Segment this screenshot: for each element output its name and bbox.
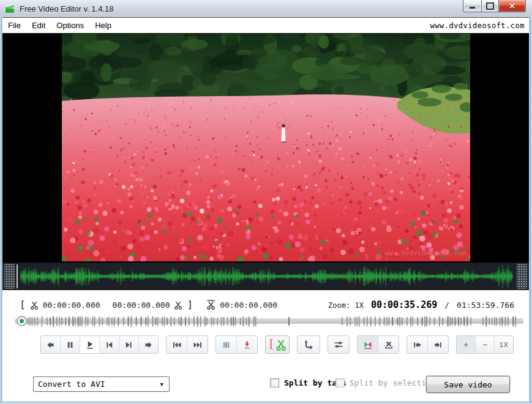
jump-end-button[interactable] <box>427 336 448 353</box>
zoom-in-label: + <box>463 340 468 350</box>
window-border-bottom <box>0 402 532 404</box>
menu-bar: File Edit Options Help www.dvdvideosoft.… <box>2 17 529 34</box>
selection-group <box>357 335 399 354</box>
website-label: www.dvdvideosoft.com <box>430 21 530 30</box>
play-button[interactable] <box>80 336 99 353</box>
time-info-row: [ 00:00:00.000 00:00:00.000 <box>2 298 529 312</box>
tags-bars-icon <box>222 340 231 350</box>
zoom-level-label: Zoom: 1X <box>328 301 364 310</box>
toolbar: [ <box>40 335 514 354</box>
pause-icon <box>66 340 75 350</box>
window-controls: ✕ <box>463 0 526 12</box>
corner-arrow-icon <box>304 340 313 350</box>
bottom-bar: Convert to AVI ▼ Split by tags Split by … <box>2 376 529 392</box>
adjust-button[interactable] <box>328 335 350 354</box>
minimize-icon <box>470 7 475 9</box>
window-border-left <box>0 17 2 404</box>
next-scene-button[interactable] <box>187 336 208 353</box>
zoom-reset-label: 1X <box>500 341 508 348</box>
scene-nav-group <box>166 335 208 354</box>
cut-bracket-icon: [ <box>268 338 274 350</box>
chevron-down-icon: ▼ <box>160 381 169 387</box>
tag-scissors-icon <box>206 300 215 310</box>
lower-panel: [ 00:00:00.000 00:00:00.000 <box>2 290 529 402</box>
selection-triangles-icon <box>363 340 373 350</box>
invert-selection-button[interactable] <box>297 335 320 354</box>
time-display: Zoom: 1X 00:00:35.269 / 01:53:59.766 <box>328 299 514 310</box>
menu-help[interactable]: Help <box>89 19 117 32</box>
add-tag-icon <box>242 340 252 350</box>
client-area: File Edit Options Help www.dvdvideosoft.… <box>2 17 529 402</box>
selection-button[interactable] <box>358 336 378 353</box>
total-time: 01:53:59.766 <box>457 301 514 310</box>
frame-next-icon <box>124 340 133 350</box>
cut-selection-button[interactable]: [ <box>265 335 290 354</box>
output-format-value: Convert to AVI <box>34 380 105 389</box>
timeline-scene-ticks <box>15 313 524 329</box>
frame-prev-icon <box>105 340 114 350</box>
playback-group <box>40 335 159 354</box>
next-frame-button[interactable] <box>119 336 138 353</box>
audio-waveform <box>20 263 515 290</box>
close-button[interactable]: ✕ <box>499 0 526 12</box>
save-video-label: Save video <box>444 380 492 389</box>
window-title: Free Video Editor v. 1.4.18 <box>20 4 113 13</box>
waveform-left-gripper[interactable] <box>4 264 15 289</box>
selection-open-bracket: [ <box>20 299 26 310</box>
tags-button[interactable] <box>216 336 236 353</box>
minimize-button[interactable] <box>463 0 482 12</box>
video-preview: www.dvdvideosoft.com <box>62 34 470 261</box>
play-icon <box>85 340 94 350</box>
menu-options[interactable]: Options <box>51 19 89 32</box>
title-bar: Free Video Editor v. 1.4.18 ✕ <box>0 0 532 17</box>
app-logo-icon <box>5 4 15 13</box>
output-format-select[interactable]: Convert to AVI ▼ <box>33 376 170 392</box>
zoom-in-button[interactable]: + <box>457 336 475 353</box>
timeline-playhead[interactable] <box>17 316 27 326</box>
tag-time-group: 00:00:00.000 <box>206 300 277 310</box>
scissors-icon <box>174 301 182 310</box>
tag-time: 00:00:00.000 <box>220 301 277 310</box>
menu-file[interactable]: File <box>2 19 26 32</box>
split-by-selections-checkbox[interactable] <box>335 378 345 387</box>
app-window: Free Video Editor v. 1.4.18 ✕ File Edit … <box>0 0 532 404</box>
jump-start-button[interactable] <box>407 336 427 353</box>
menu-edit[interactable]: Edit <box>26 19 51 32</box>
step-forward-button[interactable] <box>138 336 158 353</box>
jump-group <box>406 335 449 354</box>
arrow-right-icon <box>144 340 153 350</box>
selection-times: [ 00:00:00.000 00:00:00.000 <box>20 299 193 311</box>
waveform-strip <box>2 263 529 290</box>
prev-scene-button[interactable] <box>167 336 187 353</box>
window-border-right <box>529 17 532 404</box>
maximize-button[interactable] <box>482 0 499 12</box>
zoom-out-button[interactable]: − <box>475 336 494 353</box>
selection-end-time: 00:00:00.000 <box>113 301 170 310</box>
waveform-position-marker <box>17 264 18 288</box>
video-area: www.dvdvideosoft.com <box>2 34 529 263</box>
tags-group <box>215 335 258 354</box>
clear-selection-icon <box>384 340 394 350</box>
selection-close-bracket: ] <box>187 299 193 310</box>
step-back-button[interactable] <box>41 336 60 353</box>
maximize-icon <box>486 2 494 10</box>
save-video-button[interactable]: Save video <box>426 376 510 393</box>
jump-end-icon <box>433 340 443 350</box>
waveform-right-gripper[interactable] <box>517 264 527 289</box>
timeline[interactable] <box>2 312 529 332</box>
zoom-reset-button[interactable]: 1X <box>494 336 513 353</box>
clear-selection-button[interactable] <box>378 336 399 353</box>
add-tag-button[interactable] <box>236 336 257 353</box>
sliders-icon <box>334 340 343 350</box>
zoom-out-label: − <box>482 340 487 350</box>
pause-button[interactable] <box>60 336 80 353</box>
scissors-icon <box>30 301 39 310</box>
scene-next-icon <box>193 340 203 350</box>
prev-frame-button[interactable] <box>99 336 119 353</box>
jump-start-icon <box>413 340 422 350</box>
selection-start-time: 00:00:00.000 <box>43 301 100 310</box>
zoom-group: + − 1X <box>456 335 514 354</box>
cut-scissors-icon <box>275 339 287 351</box>
current-time: 00:00:35.269 <box>371 299 437 310</box>
split-by-tags-checkbox[interactable] <box>270 378 279 387</box>
